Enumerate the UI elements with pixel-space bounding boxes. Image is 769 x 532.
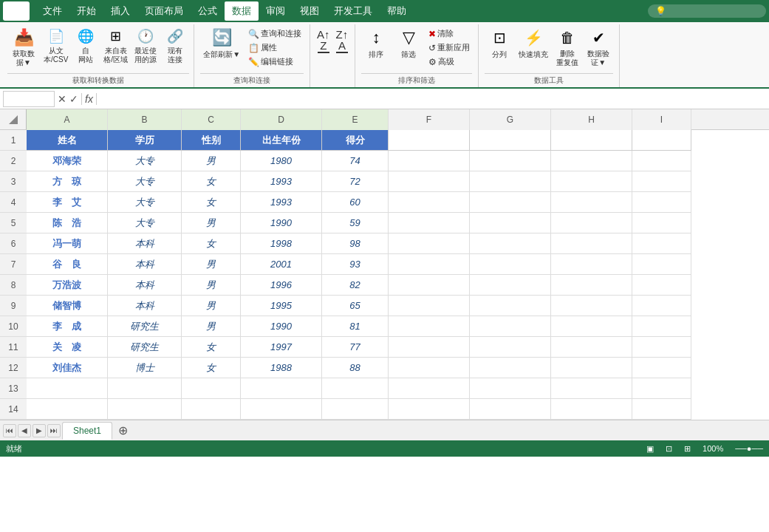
menu-item-视图[interactable]: 视图 — [293, 1, 327, 21]
ribbon-btn-text-csv[interactable]: 📄 从文本/CSV — [41, 24, 70, 66]
grid-cell-r3c6[interactable] — [470, 171, 551, 192]
ribbon-btn-advanced[interactable]: ⚙高级 — [426, 55, 472, 68]
grid-cell-r11c3[interactable]: 1997 — [241, 337, 322, 358]
col-header-H[interactable]: H — [551, 109, 632, 130]
grid-cell-r13c3[interactable] — [241, 378, 322, 399]
search-box[interactable]: 💡 — [648, 4, 766, 18]
grid-cell-r3c0[interactable]: 方 琼 — [27, 171, 108, 192]
row-header-12[interactable]: 12 — [0, 358, 27, 378]
grid-cell-r2c8[interactable] — [632, 151, 691, 171]
grid-cell-r12c1[interactable]: 博士 — [108, 358, 182, 378]
grid-cell-r3c7[interactable] — [551, 171, 632, 192]
grid-cell-r12c3[interactable]: 1988 — [241, 358, 322, 378]
grid-cell-r6c0[interactable]: 冯一萌 — [27, 233, 108, 254]
grid-cell-r10c1[interactable]: 研究生 — [108, 316, 182, 337]
ribbon-btn-properties[interactable]: 📋属性 — [246, 41, 304, 54]
grid-cell-r2c0[interactable]: 邓海荣 — [27, 151, 108, 171]
corner-cell[interactable] — [0, 109, 27, 130]
grid-cell-r9c5[interactable] — [389, 296, 470, 316]
grid-cell-r9c0[interactable]: 储智博 — [27, 296, 108, 316]
menu-item-开发工具[interactable]: 开发工具 — [327, 1, 380, 21]
header-cell-E[interactable]: 得分 — [322, 130, 389, 151]
col-header-B[interactable]: B — [108, 109, 182, 130]
ribbon-btn-web[interactable]: 🌐 自网站 — [72, 24, 100, 66]
grid-cell-r3c1[interactable]: 大专 — [108, 171, 182, 192]
ribbon-btn-query-connect[interactable]: 🔍查询和连接 — [246, 27, 304, 40]
grid-cell-r7c4[interactable]: 93 — [322, 254, 389, 275]
grid-cell-r7c0[interactable]: 谷 良 — [27, 254, 108, 275]
grid-cell-r11c0[interactable]: 关 凌 — [27, 337, 108, 358]
grid-cell-r6c8[interactable] — [632, 233, 691, 254]
row-header-10[interactable]: 10 — [0, 316, 27, 337]
grid-cell-r12c7[interactable] — [551, 358, 632, 378]
grid-cell-r4c5[interactable] — [389, 192, 470, 213]
menu-item-开始[interactable]: 开始 — [69, 1, 103, 21]
col-header-E[interactable]: E — [322, 109, 389, 130]
view-break-icon[interactable]: ⊞ — [684, 444, 691, 454]
ribbon-btn-flash-fill[interactable]: ⚡ 快速填充 — [516, 24, 551, 61]
grid-cell-r5c3[interactable]: 1990 — [241, 213, 322, 233]
col-header-C[interactable]: C — [182, 109, 241, 130]
grid-cell-r10c0[interactable]: 李 成 — [27, 316, 108, 337]
grid-cell-r4c2[interactable]: 女 — [182, 192, 241, 213]
grid-cell-r10c8[interactable] — [632, 316, 691, 337]
grid-cell-r4c6[interactable] — [470, 192, 551, 213]
grid-cell-r5c4[interactable]: 59 — [322, 213, 389, 233]
col-header-I[interactable]: I — [632, 109, 691, 130]
header-cell-G[interactable] — [470, 130, 551, 151]
row-header-6[interactable]: 6 — [0, 233, 27, 254]
grid-cell-r8c5[interactable] — [389, 275, 470, 296]
row-header-1[interactable]: 1 — [0, 130, 27, 151]
grid-cell-r6c3[interactable]: 1998 — [241, 233, 322, 254]
tab-nav-prev[interactable]: ◀ — [18, 424, 31, 437]
grid-cell-r6c2[interactable]: 女 — [182, 233, 241, 254]
row-header-14[interactable]: 14 — [0, 399, 27, 420]
col-header-F[interactable]: F — [389, 109, 470, 130]
tab-add-btn[interactable]: ⊕ — [115, 423, 130, 438]
grid-cell-r8c8[interactable] — [632, 275, 691, 296]
grid-cell-r11c5[interactable] — [389, 337, 470, 358]
menu-item-审阅[interactable]: 审阅 — [259, 1, 293, 21]
ribbon-btn-sort-za[interactable]: Z↑ A — [334, 27, 351, 55]
grid-cell-r6c6[interactable] — [470, 233, 551, 254]
grid-cell-r2c4[interactable]: 74 — [322, 151, 389, 171]
ribbon-btn-refresh-all[interactable]: 🔄 全部刷新▼ — [200, 24, 243, 61]
ribbon-btn-filter[interactable]: ▽ 筛选 — [394, 24, 423, 61]
view-normal-icon[interactable]: ▣ — [646, 444, 654, 454]
grid-cell-r14c2[interactable] — [182, 399, 241, 420]
ribbon-btn-split[interactable]: ⊡ 分列 — [485, 24, 514, 61]
grid-cell-r10c5[interactable] — [389, 316, 470, 337]
formula-input[interactable] — [100, 91, 766, 107]
grid-cell-r4c0[interactable]: 李 艾 — [27, 192, 108, 213]
ribbon-btn-sort-az[interactable]: A↑ Z — [315, 27, 332, 55]
grid-cell-r10c3[interactable]: 1990 — [241, 316, 322, 337]
grid-cell-r7c3[interactable]: 2001 — [241, 254, 322, 275]
grid-cell-r5c1[interactable]: 大专 — [108, 213, 182, 233]
grid-cell-r13c1[interactable] — [108, 378, 182, 399]
header-cell-A[interactable]: 姓名 — [27, 130, 108, 151]
grid-cell-r9c1[interactable]: 本科 — [108, 296, 182, 316]
menu-item-插入[interactable]: 插入 — [103, 1, 137, 21]
grid-cell-r5c2[interactable]: 男 — [182, 213, 241, 233]
grid-cell-r5c7[interactable] — [551, 213, 632, 233]
col-header-A[interactable]: A — [27, 109, 108, 130]
grid-cell-r2c5[interactable] — [389, 151, 470, 171]
grid-cell-r5c8[interactable] — [632, 213, 691, 233]
header-cell-F[interactable] — [389, 130, 470, 151]
grid-cell-r14c5[interactable] — [389, 399, 470, 420]
grid-cell-r8c7[interactable] — [551, 275, 632, 296]
grid-cell-r14c0[interactable] — [27, 399, 108, 420]
grid-cell-r13c2[interactable] — [182, 378, 241, 399]
grid-cell-r10c2[interactable]: 男 — [182, 316, 241, 337]
grid-cell-r4c4[interactable]: 60 — [322, 192, 389, 213]
ribbon-btn-reapply[interactable]: ↺重新应用 — [426, 41, 472, 54]
grid-cell-r12c6[interactable] — [470, 358, 551, 378]
ribbon-btn-table-range[interactable]: ⊞ 来自表格/区域 — [101, 24, 130, 66]
header-cell-D[interactable]: 出生年份 — [241, 130, 322, 151]
grid-cell-r9c8[interactable] — [632, 296, 691, 316]
grid-cell-r11c6[interactable] — [470, 337, 551, 358]
ribbon-btn-getdata[interactable]: 📥 获取数据▼ — [7, 24, 40, 69]
grid-cell-r14c1[interactable] — [108, 399, 182, 420]
grid-cell-r4c7[interactable] — [551, 192, 632, 213]
ribbon-btn-existing[interactable]: 🔗 现有连接 — [161, 24, 189, 66]
